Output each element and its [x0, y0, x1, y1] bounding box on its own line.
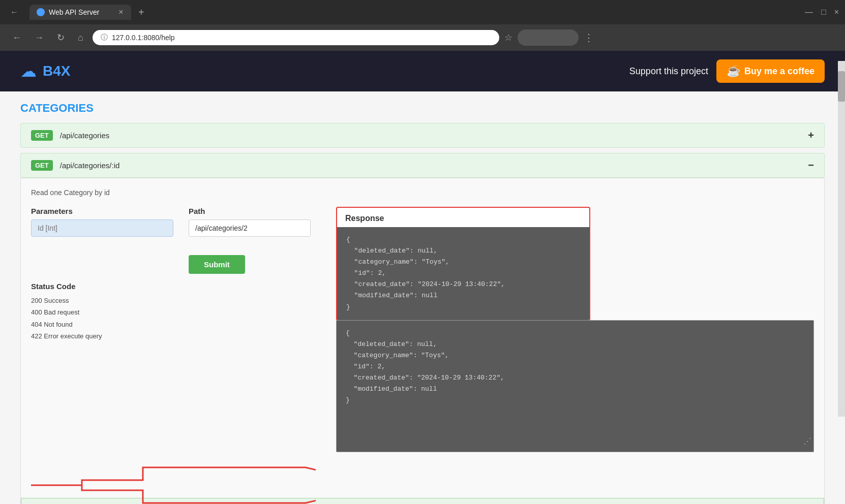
- endpoint-expanded: Read one Category by id Parameters Path …: [20, 178, 825, 504]
- support-text: Support this project: [629, 66, 708, 77]
- response-body: { "deleted_date": null, "category_name":…: [337, 227, 589, 320]
- reload-btn[interactable]: ↻: [53, 30, 69, 45]
- endpoint-description: Read one Category by id: [31, 188, 814, 197]
- status-400: 400 Bad request: [31, 306, 316, 318]
- back-btn[interactable]: ←: [8, 30, 25, 45]
- bookmark-btn[interactable]: ☆: [504, 32, 512, 43]
- full-response-textarea[interactable]: { "deleted_date": null, "category_name":…: [336, 320, 814, 452]
- active-tab[interactable]: Web API Server ×: [29, 5, 131, 20]
- param-input[interactable]: [31, 219, 173, 237]
- endpoint-row-categories[interactable]: GET /api/categories +: [20, 123, 825, 148]
- method-badge-get: GET: [31, 130, 53, 141]
- left-panel: Parameters Path Submit Status Code 200 S…: [31, 207, 316, 452]
- main-content: CATEGORIES GET /api/categories + GET /ap…: [0, 91, 845, 504]
- scrollbar[interactable]: [838, 61, 845, 417]
- params-col: Parameters: [31, 207, 173, 237]
- response-panel: Response { "deleted_date": null, "catego…: [336, 207, 590, 321]
- profile-btn[interactable]: [518, 29, 579, 46]
- logo-cloud-icon: ☁: [20, 61, 37, 81]
- path-label: Path: [189, 207, 311, 215]
- restore-btn[interactable]: □: [821, 8, 826, 17]
- minimize-btn[interactable]: —: [805, 8, 813, 17]
- scrollbar-thumb[interactable]: [838, 71, 845, 102]
- params-label: Parameters: [31, 207, 173, 215]
- status-section: Status Code 200 Success 400 Bad request …: [31, 282, 316, 342]
- new-tab-btn[interactable]: +: [134, 5, 148, 20]
- close-btn[interactable]: ×: [834, 8, 839, 17]
- tab-favicon: [37, 8, 45, 16]
- categories-title: CATEGORIES: [20, 102, 825, 115]
- coffee-btn-label: Buy me a coffee: [744, 66, 814, 77]
- forward-btn[interactable]: →: [31, 30, 48, 45]
- status-200: 200 Success: [31, 295, 316, 306]
- logo-area: ☁ B4X: [20, 61, 70, 81]
- arrow-annotation: [31, 462, 316, 504]
- path-col: Path: [189, 207, 311, 237]
- home-btn[interactable]: ⌂: [74, 30, 87, 45]
- url-text: 127.0.0.1:8080/help: [112, 34, 175, 42]
- expand-btn-1[interactable]: +: [808, 130, 814, 141]
- support-area: Support this project ☕ Buy me a coffee: [629, 59, 825, 83]
- response-title: Response: [337, 208, 589, 227]
- browser-navbar: ← → ↻ ⌂ ⓘ 127.0.0.1:8080/help ☆ ⋮: [0, 24, 845, 51]
- buy-coffee-btn[interactable]: ☕ Buy me a coffee: [716, 59, 825, 83]
- endpoint-row-categories-id[interactable]: GET /api/categories/:id −: [20, 153, 825, 178]
- logo-text: B4X: [43, 63, 70, 79]
- svg-marker-0: [82, 467, 316, 503]
- browser-titlebar: ← Web API Server × + — □ ×: [0, 0, 845, 24]
- status-code-label: Status Code: [31, 282, 316, 291]
- tab-area: ← Web API Server × +: [6, 5, 801, 20]
- window-controls: — □ ×: [805, 8, 839, 17]
- submit-btn[interactable]: Submit: [189, 255, 245, 274]
- tab-title: Web API Server: [49, 8, 99, 16]
- status-404: 404 Not found: [31, 319, 316, 330]
- resize-handle-icon: ⋰: [803, 435, 811, 449]
- lock-icon: ⓘ: [101, 33, 108, 42]
- tab-back-btn[interactable]: ←: [6, 6, 22, 19]
- coffee-icon: ☕: [727, 65, 740, 78]
- browser-frame: ← Web API Server × + — □ × ← → ↻ ⌂ ⓘ 127…: [0, 0, 845, 51]
- arrow-section: [31, 462, 814, 504]
- right-panel: Response { "deleted_date": null, "catego…: [336, 207, 814, 452]
- endpoint-path-2: /api/categories/:id: [60, 161, 808, 170]
- page-header: ☁ B4X Support this project ☕ Buy me a co…: [0, 51, 845, 91]
- path-input[interactable]: [189, 219, 311, 237]
- status-422: 422 Error execute query: [31, 330, 316, 342]
- address-bar[interactable]: ⓘ 127.0.0.1:8080/help: [93, 30, 499, 45]
- expand-btn-2[interactable]: −: [808, 160, 814, 171]
- tab-close-btn[interactable]: ×: [118, 8, 123, 17]
- endpoint-path-1: /api/categories: [60, 131, 808, 140]
- method-badge-get-2: GET: [31, 160, 53, 171]
- browser-menu-btn[interactable]: ⋮: [584, 32, 594, 44]
